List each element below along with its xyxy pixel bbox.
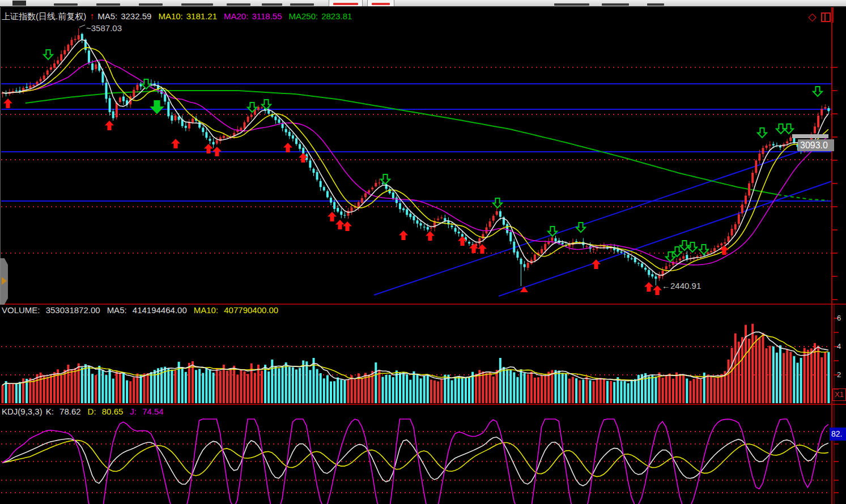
sidebar-expand-tab[interactable] (0, 258, 8, 305)
volume-ma10-readout: MA10: 407790400.00 (194, 305, 282, 315)
menu-item-fragment[interactable] (227, 3, 250, 6)
toolbar-red-button-1[interactable] (329, 0, 363, 6)
menu-item-fragment[interactable] (602, 3, 629, 6)
ma20-readout: MA20:3118.55 (224, 11, 285, 21)
expand-arrow-icon (2, 277, 7, 285)
low-price-annotation: ←2440.91 (662, 281, 701, 291)
volume-scale-label: X1 (832, 388, 846, 401)
volume-axis-label: 2 (837, 370, 846, 379)
kdj-k-readout: K: 78.62 (46, 407, 84, 416)
ma10-readout: MA10:3181.21 (158, 11, 220, 21)
trend-up-arrow-icon: ↑ (90, 11, 94, 21)
last-price-label: 3093.0 (798, 139, 834, 151)
volume-ma5-readout: MA5: 414194464.00 (107, 305, 190, 315)
menu-item-fragment[interactable] (262, 3, 282, 6)
price-marker-bar (792, 134, 828, 138)
window-panes-icon[interactable] (821, 12, 831, 22)
symbol-title: 上证指数(日线.前复权) (2, 11, 86, 21)
menu-item-fragment[interactable] (647, 3, 664, 6)
diamond-icon[interactable]: ◇ (808, 10, 817, 23)
volume-axis-label: 6 (837, 314, 846, 322)
ma5-readout: MA5:3232.59 (97, 11, 155, 21)
menu-item-fragment[interactable] (181, 3, 213, 6)
menu-item-fragment[interactable] (96, 3, 120, 6)
red-label-fragment (372, 3, 390, 5)
kdj-j-readout: J: 74.54 (130, 407, 167, 416)
volume-readout: VOLUME: 353031872.00 (2, 305, 104, 315)
menu-item-fragment[interactable] (54, 3, 78, 6)
trading-app-window: 上证指数(日线.前复权)↑MA5:3232.59MA10:3181.21MA20… (0, 0, 846, 504)
kdj-header: KDJ(9,3,3)K: 78.62D: 80.65J: 74.54 (2, 407, 171, 416)
menu-item-fragment[interactable] (554, 3, 589, 6)
toolbar-red-button-2[interactable] (367, 0, 394, 6)
peak-price-annotation: ~3587.03 (86, 23, 122, 33)
kdj-value-label: 82. (830, 428, 846, 441)
red-label-fragment (333, 3, 358, 5)
menu-bar[interactable] (0, 0, 846, 7)
volume-header: VOLUME: 353031872.00MA5: 414194464.00MA1… (2, 305, 285, 315)
menu-item-fragment[interactable] (290, 3, 314, 6)
menu-item-fragment[interactable] (139, 3, 163, 6)
main-chart-header: 上证指数(日线.前复权)↑MA5:3232.59MA10:3181.21MA20… (2, 11, 359, 22)
chart-canvas[interactable] (0, 0, 846, 504)
ma250-readout: MA250:2823.81 (288, 11, 355, 21)
volume-axis-label: 4 (837, 342, 846, 351)
kdj-d-readout: D: 80.65 (88, 407, 127, 416)
kdj-title: KDJ(9,3,3) (2, 407, 42, 416)
app-menu-icon[interactable] (12, 1, 26, 6)
